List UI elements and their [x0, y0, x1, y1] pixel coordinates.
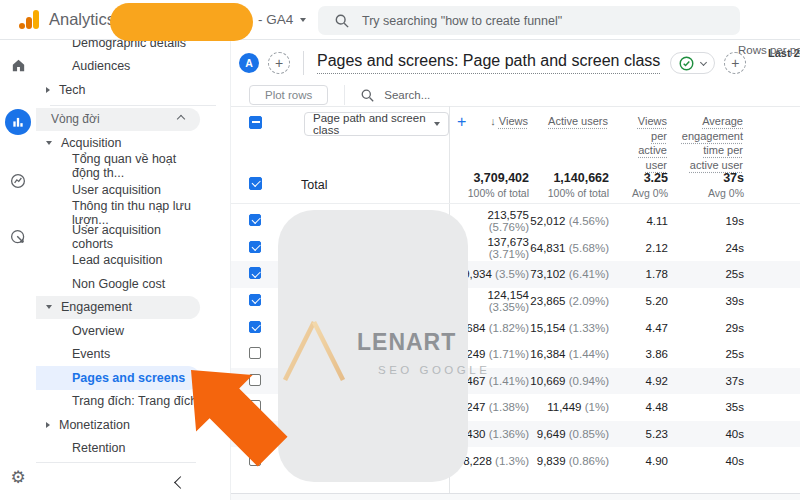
row-views-percent: (1.3%)	[492, 455, 529, 467]
sidebar-item-demographic-details[interactable]: Demographic details	[36, 40, 200, 55]
row-avg-engagement: 24s	[668, 242, 744, 254]
caret-right-icon	[46, 422, 50, 428]
row-views-value: 213,575	[487, 209, 529, 221]
row-checkbox[interactable]	[249, 321, 261, 333]
row-views-per-user: 2.12	[609, 242, 668, 254]
select-all-checkbox[interactable]	[249, 116, 262, 129]
sidebar-item-label: Retention	[72, 441, 126, 455]
row-checkbox-cell	[231, 347, 269, 361]
watermark-name: LENART	[357, 329, 456, 356]
row-checkbox[interactable]	[249, 267, 261, 279]
plot-rows-button[interactable]: Plot rows	[249, 85, 328, 105]
row-avg-engagement-value: 37s	[725, 375, 744, 387]
advertising-icon[interactable]	[5, 224, 31, 250]
report-status-pill[interactable]	[670, 52, 715, 74]
sidebar-item-label: Tổng quan về hoạt động th...	[72, 152, 200, 180]
check-circle-icon	[679, 56, 694, 71]
report-title[interactable]: Pages and screens: Page path and screen …	[317, 52, 660, 74]
row-views-per-user: 3.86	[609, 348, 668, 360]
collapse-sidebar-icon[interactable]	[174, 476, 187, 489]
row-views-per-user-value: 4.48	[646, 401, 668, 413]
sidebar-item-tech[interactable]: Tech	[36, 78, 200, 102]
add-comparison-icon[interactable]: +	[268, 52, 290, 74]
row-avg-engagement-value: 35s	[725, 401, 744, 413]
column-header-label: Views	[638, 115, 667, 127]
row-avg-engagement: 25s	[668, 268, 744, 280]
column-header[interactable]: Active users	[548, 114, 608, 129]
sidebar-item-monetization[interactable]: Monetization	[36, 413, 200, 437]
row-checkbox-cell	[231, 321, 269, 335]
column-header[interactable]: Averageengagementtime peractive user	[682, 114, 743, 172]
comparison-avatar[interactable]: A	[239, 53, 259, 73]
caret-down-icon	[46, 141, 52, 145]
row-views-per-user: 4.48	[609, 401, 668, 413]
row-checkbox[interactable]	[249, 214, 261, 226]
row-avg-engagement-value: 25s	[725, 268, 744, 280]
dimension-selector-dropdown[interactable]: Page path and screen class	[304, 112, 449, 136]
table-search-input[interactable]: Search...	[361, 89, 430, 102]
sidebar-item-lifecycle[interactable]: Vòng đời	[36, 108, 200, 132]
row-avg-engagement: 35s	[668, 401, 744, 413]
sidebar-item-lead-acquisition[interactable]: Lead acquisition	[36, 249, 200, 273]
row-active-users-value: 10,669	[530, 375, 565, 387]
settings-gear-icon[interactable]: ⚙	[5, 464, 31, 490]
sidebar-divider	[50, 105, 216, 106]
row-active-users-percent: (6.41%)	[566, 268, 609, 280]
row-views-per-user: 4.11	[609, 215, 668, 227]
add-dimension-icon[interactable]: +	[457, 113, 466, 131]
home-icon[interactable]	[5, 52, 31, 78]
row-checkbox[interactable]	[249, 347, 261, 359]
reports-icon[interactable]	[5, 109, 31, 135]
global-search-placeholder: Try searching "how to create funnel"	[362, 14, 562, 28]
add-report-icon[interactable]: +	[724, 52, 746, 74]
total-label: Total	[269, 178, 449, 192]
sidebar-item-label: Demographic details	[72, 40, 186, 50]
row-active-users-percent: (1.44%)	[566, 348, 609, 360]
row-active-users-value: 23,865	[530, 295, 565, 307]
row-views-percent: (1.41%)	[486, 375, 529, 387]
global-search-input[interactable]: Try searching "how to create funnel"	[318, 6, 740, 35]
explore-icon[interactable]	[5, 168, 31, 194]
sidebar-item-audiences[interactable]: Audiences	[36, 55, 200, 79]
row-views-percent: (3.71%)	[489, 248, 529, 260]
total-views-per-user: 3.25	[609, 171, 668, 185]
sidebar-item-acquisition[interactable]: Acquisition	[36, 131, 200, 155]
column-header[interactable]: Viewsperactiveuser	[638, 114, 667, 172]
total-checkbox[interactable]	[249, 177, 262, 190]
row-avg-engagement: 29s	[668, 322, 744, 334]
sidebar-item-traffic-acquisition[interactable]: Thông tin thu nạp lưu lượn...	[36, 202, 200, 226]
row-active-users-percent: (0.85%)	[566, 428, 609, 440]
row-avg-engagement: 37s	[668, 375, 744, 387]
row-checkbox[interactable]	[249, 294, 261, 306]
row-active-users: 52,012 (4.56%)	[529, 215, 609, 227]
sidebar-item-retention[interactable]: Retention	[36, 437, 200, 461]
sidebar-item-label: Overview	[72, 324, 124, 338]
sidebar-item-engagement[interactable]: Engagement	[36, 296, 200, 320]
row-views-percent: (1.36%)	[486, 428, 529, 440]
annotation-arrow-icon	[191, 370, 289, 468]
row-views-value: 124,154	[487, 289, 529, 301]
sidebar-item-landing-page[interactable]: Trang đích: Trang đích	[36, 390, 200, 414]
sidebar-item-events[interactable]: Events	[36, 343, 200, 367]
sidebar-item-non-google-cost[interactable]: Non Google cost	[36, 272, 200, 296]
sidebar-item-user-acquisition-cohorts[interactable]: User acquisition cohorts	[36, 225, 200, 249]
total-active-users-sub: 100% of total	[529, 187, 609, 199]
column-header[interactable]: ↓Views	[490, 114, 528, 129]
sidebar-item-user-acquisition[interactable]: User acquisition	[36, 178, 200, 202]
row-avg-engagement: 39s	[668, 295, 744, 307]
sidebar-item-label: Trang đích: Trang đích	[72, 394, 197, 408]
row-active-users: 23,865 (2.09%)	[529, 295, 609, 307]
analytics-logo-icon	[19, 10, 39, 29]
toolbar-divider	[344, 85, 345, 105]
sidebar-item-pages-and-screens[interactable]: Pages and screens	[36, 366, 200, 390]
sidebar-item-acquisition-overview[interactable]: Tổng quan về hoạt động th...	[36, 155, 200, 179]
row-active-users-percent: (1%)	[582, 401, 609, 413]
sidebar-item-label: User acquisition cohorts	[72, 223, 200, 251]
row-views-per-user: 4.92	[609, 375, 668, 387]
row-active-users-value: 52,012	[530, 215, 565, 227]
row-checkbox[interactable]	[249, 241, 261, 253]
row-views-per-user: 4.90	[609, 455, 668, 467]
sidebar-item-label: Pages and screens	[72, 371, 185, 385]
sidebar-item-overview[interactable]: Overview	[36, 319, 200, 343]
property-switcher[interactable]: - GA4	[258, 12, 315, 27]
